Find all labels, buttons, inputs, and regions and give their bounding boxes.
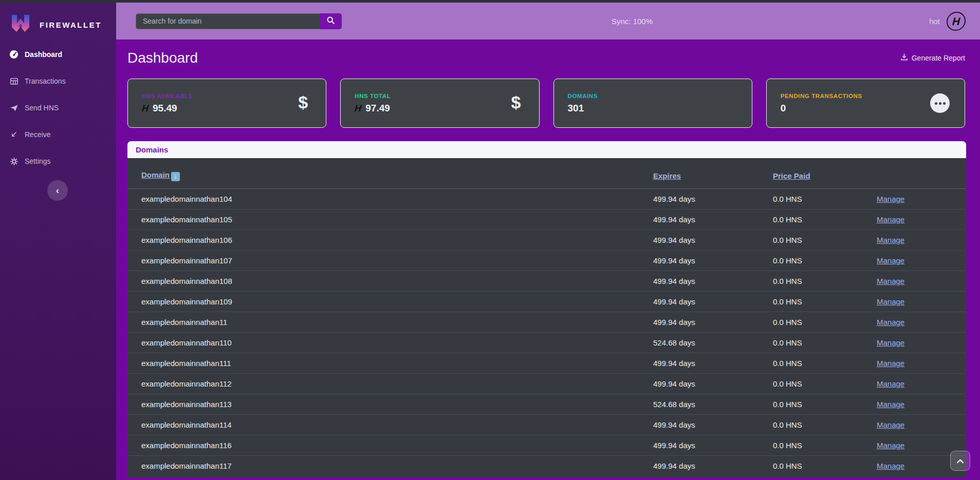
expires-cell: 499.94 days <box>653 209 773 230</box>
card-pending-transactions: PENDING TRANSACTIONS 0 <box>766 79 965 128</box>
brand: FIREWALLET <box>0 3 116 40</box>
table-header-row: Domain↓ Expires Price Paid <box>127 158 966 189</box>
arrow-down-left-icon <box>9 130 19 139</box>
domains-panel-title: Domains <box>136 145 168 154</box>
search-input[interactable] <box>136 13 320 29</box>
expires-cell: 524.68 days <box>653 394 773 415</box>
sidebar-item-transactions[interactable]: Transactions <box>0 68 116 94</box>
domain-cell: exampledomainnathan111 <box>127 353 653 374</box>
domain-cell: exampledomainnathan109 <box>127 292 653 312</box>
card-label: HNS AVAILABLE <box>142 93 313 99</box>
sidebar-item-send-hns[interactable]: Send HNS <box>0 94 116 121</box>
price-cell: 0.0 HNS <box>773 312 877 333</box>
sidebar: FIREWALLET Dashboard Tran <box>0 3 116 480</box>
domain-cell: exampledomainnathan116 <box>127 435 653 456</box>
scroll-to-top-button[interactable] <box>950 451 970 471</box>
table-row: exampledomainnathan108 499.94 days 0.0 H… <box>127 271 966 292</box>
manage-link[interactable]: Manage <box>877 462 904 470</box>
sidebar-item-receive[interactable]: Receive <box>0 121 116 148</box>
domains-panel: Domains Domain↓ Expires Price Paid examp… <box>127 141 966 477</box>
manage-link[interactable]: Manage <box>877 277 904 285</box>
price-cell: 0.0 HNS <box>773 271 877 292</box>
table-row: exampledomainnathan11 499.94 days 0.0 HN… <box>127 312 966 333</box>
expires-cell: 499.94 days <box>653 435 773 456</box>
domain-cell: exampledomainnathan105 <box>127 209 653 230</box>
price-cell: 0.0 HNS <box>773 353 877 374</box>
column-header-domain[interactable]: Domain <box>141 170 170 179</box>
card-label: DOMAINS <box>568 93 739 99</box>
domain-cell: exampledomainnathan114 <box>127 415 653 435</box>
domain-cell: exampledomainnathan110 <box>127 333 653 353</box>
expires-cell: 499.94 days <box>653 415 773 435</box>
sync-status: Sync: 100% <box>612 3 653 40</box>
stat-cards: HNS AVAILABLE H 95.49 $ HNS TOTAL H 97.4… <box>127 79 965 128</box>
manage-link[interactable]: Manage <box>877 400 904 409</box>
manage-link[interactable]: Manage <box>877 195 904 203</box>
manage-link[interactable]: Manage <box>877 297 904 306</box>
expires-cell: 499.94 days <box>653 312 773 333</box>
page-title: Dashboard <box>127 50 198 66</box>
price-cell: 0.0 HNS <box>773 435 877 456</box>
table-row: exampledomainnathan111 499.94 days 0.0 H… <box>127 353 966 374</box>
page-head: Dashboard Generate Report <box>127 45 965 71</box>
domains-table: Domain↓ Expires Price Paid exampledomain… <box>127 158 966 477</box>
pending-menu-button[interactable] <box>930 93 950 113</box>
manage-link[interactable]: Manage <box>877 359 904 368</box>
manage-link[interactable]: Manage <box>877 236 904 244</box>
manage-link[interactable]: Manage <box>877 379 904 388</box>
topbar: Sync: 100% hot H <box>116 3 980 40</box>
sidebar-item-label: Settings <box>25 157 51 165</box>
sidebar-collapse-button[interactable]: ‹ <box>47 180 68 201</box>
app-title: FIREWALLET <box>40 21 102 29</box>
expires-cell: 499.94 days <box>653 189 773 209</box>
sidebar-item-label: Send HNS <box>25 104 59 112</box>
manage-link[interactable]: Manage <box>877 338 904 347</box>
expires-cell: 499.94 days <box>653 374 773 394</box>
generate-report-button[interactable]: Generate Report <box>900 53 965 63</box>
sidebar-item-label: Transactions <box>25 77 66 85</box>
card-hns-available: HNS AVAILABLE H 95.49 $ <box>127 79 326 128</box>
domain-cell: exampledomainnathan113 <box>127 394 653 415</box>
column-header-expires[interactable]: Expires <box>653 171 681 180</box>
table-row: exampledomainnathan112 499.94 days 0.0 H… <box>127 374 966 394</box>
table-row: exampledomainnathan110 524.68 days 0.0 H… <box>127 333 966 353</box>
card-value: 0 <box>781 103 786 114</box>
column-header-price-paid[interactable]: Price Paid <box>773 171 810 180</box>
manage-link[interactable]: Manage <box>877 441 904 450</box>
table-icon <box>9 76 19 86</box>
handshake-logo-icon[interactable]: H <box>946 12 967 31</box>
table-row: exampledomainnathan106 499.94 days 0.0 H… <box>127 230 966 251</box>
wallet-selector[interactable]: hot H <box>929 3 966 40</box>
card-value: 97.49 <box>365 103 390 114</box>
search-icon <box>326 16 335 26</box>
gear-icon <box>9 157 19 166</box>
hns-logo-icon: H <box>141 103 149 114</box>
search-button[interactable] <box>320 13 342 29</box>
main-content: Dashboard Generate Report HNS AVAILABLE … <box>116 40 980 480</box>
manage-link[interactable]: Manage <box>877 256 904 265</box>
paper-plane-icon <box>9 103 19 112</box>
sidebar-item-dashboard[interactable]: Dashboard <box>0 41 116 68</box>
manage-link[interactable]: Manage <box>877 318 904 327</box>
sidebar-nav: Dashboard Transactions Send HNS <box>0 41 116 175</box>
table-row: exampledomainnathan104 499.94 days 0.0 H… <box>127 189 966 209</box>
firewallet-logo-icon <box>10 14 31 35</box>
manage-link[interactable]: Manage <box>877 215 904 224</box>
domain-cell: exampledomainnathan117 <box>127 456 653 476</box>
table-row: exampledomainnathan109 499.94 days 0.0 H… <box>127 292 966 312</box>
expires-cell: 524.68 days <box>653 333 773 353</box>
price-cell: 0.0 HNS <box>773 230 877 251</box>
manage-link[interactable]: Manage <box>877 420 904 429</box>
domains-table-body: exampledomainnathan104 499.94 days 0.0 H… <box>127 189 966 476</box>
price-cell: 0.0 HNS <box>773 456 877 476</box>
price-cell: 0.0 HNS <box>773 189 877 209</box>
dollar-icon: $ <box>298 92 308 112</box>
expires-cell: 499.94 days <box>653 353 773 374</box>
card-label: PENDING TRANSACTIONS <box>781 93 952 99</box>
sidebar-item-settings[interactable]: Settings <box>0 148 116 175</box>
expires-cell: 499.94 days <box>653 456 773 476</box>
card-label: HNS TOTAL <box>355 93 526 99</box>
price-cell: 0.0 HNS <box>773 333 877 353</box>
price-cell: 0.0 HNS <box>773 251 877 271</box>
expires-cell: 499.94 days <box>653 230 773 251</box>
